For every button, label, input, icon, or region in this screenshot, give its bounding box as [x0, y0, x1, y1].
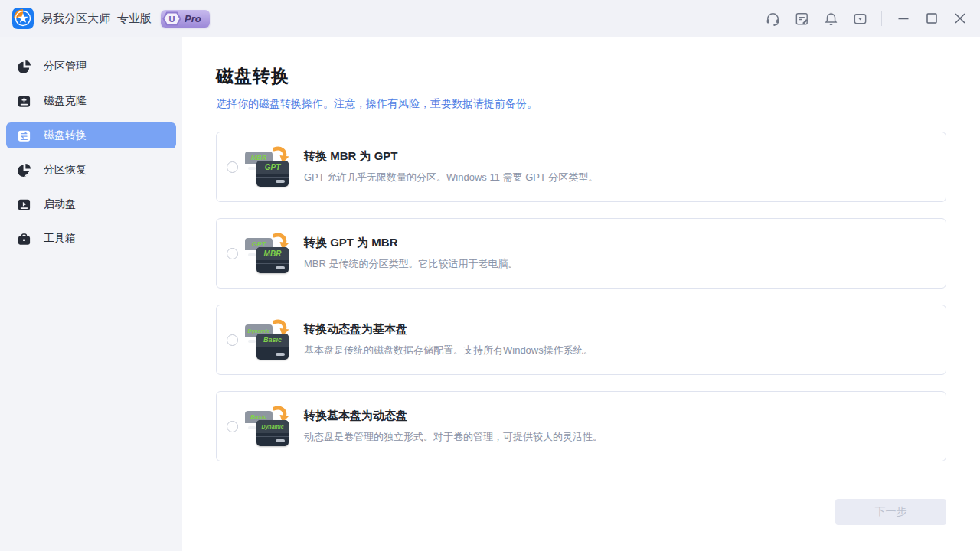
option-card-gpt-to-mbr[interactable]: GPT MBR 转换 GPT 为 MBR MBR 是传统的分区类型。它比较适用于…: [216, 218, 946, 289]
maximize-button[interactable]: [923, 9, 941, 28]
u-emblem-icon: U: [162, 11, 182, 27]
disk-swap-arrows-icon: [17, 129, 31, 143]
option-title: 转换 GPT 为 MBR: [304, 236, 518, 250]
app-logo-icon: [12, 8, 34, 29]
sidebar-item-disk-convert[interactable]: 磁盘转换: [6, 122, 176, 148]
sidebar: 分区管理 磁盘克隆 磁盘转换: [0, 37, 182, 551]
next-button[interactable]: 下一步: [835, 499, 946, 525]
page-title: 磁盘转换: [216, 64, 946, 88]
sidebar-item-disk-clone[interactable]: 磁盘克隆: [6, 88, 176, 114]
sidebar-item-label: 分区管理: [44, 60, 87, 73]
disk-plus-icon: [17, 94, 31, 109]
sidebar-item-boot-disk[interactable]: 启动盘: [6, 191, 176, 217]
sidebar-item-partition-recovery[interactable]: 分区恢复: [6, 157, 176, 183]
option-card-mbr-to-gpt[interactable]: MBR GPT 转换 MBR 为 GPT GPT 允许几乎无限数量的分区。Win…: [216, 132, 946, 202]
toolbox-icon: [17, 232, 31, 246]
option-title: 转换基本盘为动态盘: [304, 409, 603, 423]
sidebar-item-label: 磁盘转换: [44, 129, 87, 142]
dynamic-to-basic-icon: Dynamic Basic: [245, 319, 289, 360]
option-title: 转换 MBR 为 GPT: [304, 149, 598, 164]
close-button[interactable]: [951, 9, 969, 28]
sidebar-item-label: 工具箱: [44, 232, 76, 246]
minimize-button[interactable]: [894, 9, 913, 28]
feedback-note-icon[interactable]: [792, 9, 811, 28]
sidebar-item-label: 磁盘克隆: [44, 94, 87, 108]
pro-label: Pro: [185, 13, 201, 24]
sidebar-item-partition-management[interactable]: 分区管理: [6, 54, 176, 80]
app-title: 易我分区大师: [41, 11, 110, 26]
sidebar-item-label: 启动盘: [44, 197, 76, 211]
sidebar-item-toolbox[interactable]: 工具箱: [6, 226, 176, 252]
option-radio-dynamic-to-basic[interactable]: [227, 334, 238, 346]
option-description: GPT 允许几乎无限数量的分区。Windows 11 需要 GPT 分区类型。: [304, 171, 598, 184]
option-title: 转换动态盘为基本盘: [304, 322, 593, 337]
option-radio-gpt-to-mbr[interactable]: [227, 248, 238, 259]
titlebar-divider: [881, 11, 882, 26]
option-description: 动态盘是卷管理的独立形式。对于卷的管理，可提供较大的灵活性。: [304, 430, 603, 444]
option-radio-basic-to-dynamic[interactable]: [227, 421, 238, 432]
pie-recovery-icon: [17, 163, 31, 178]
main-content: 磁盘转换 选择你的磁盘转换操作。注意，操作有风险，重要数据请提前备份。 MBR …: [182, 37, 980, 551]
headset-support-icon[interactable]: [763, 9, 782, 28]
pie-chart-icon: [17, 60, 31, 74]
footer: 下一步: [216, 499, 946, 525]
notification-bell-icon[interactable]: [822, 9, 840, 28]
basic-to-dynamic-icon: Basic Dynamic: [245, 406, 289, 447]
boot-disk-play-icon: [17, 197, 31, 212]
edition-label: 专业版: [117, 11, 152, 26]
page-subtitle: 选择你的磁盘转换操作。注意，操作有风险，重要数据请提前备份。: [216, 97, 946, 111]
option-list: MBR GPT 转换 MBR 为 GPT GPT 允许几乎无限数量的分区。Win…: [216, 132, 946, 461]
svg-text:U: U: [169, 14, 175, 23]
mbr-to-gpt-icon: MBR GPT: [245, 146, 289, 187]
titlebar: 易我分区大师 专业版 U Pro: [0, 0, 980, 37]
menu-dropdown-icon[interactable]: [851, 9, 869, 28]
pro-badge: U Pro: [161, 10, 210, 28]
sidebar-item-label: 分区恢复: [44, 163, 87, 177]
option-description: MBR 是传统的分区类型。它比较适用于老电脑。: [304, 257, 518, 271]
option-card-dynamic-to-basic[interactable]: Dynamic Basic 转换动态盘为基本盘 基本盘是传统的磁盘数据存储配置。…: [216, 305, 946, 375]
gpt-to-mbr-icon: GPT MBR: [245, 233, 289, 274]
option-card-basic-to-dynamic[interactable]: Basic Dynamic 转换基本盘为动态盘 动态盘是卷管理的独立形式。对于卷…: [216, 391, 946, 461]
option-radio-mbr-to-gpt[interactable]: [227, 161, 238, 173]
option-description: 基本盘是传统的磁盘数据存储配置。支持所有Windows操作系统。: [304, 344, 593, 357]
